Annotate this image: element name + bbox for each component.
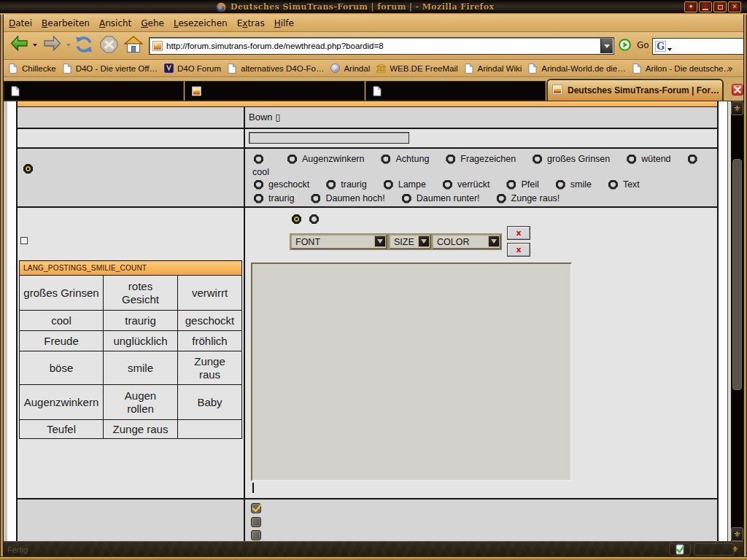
option-checkbox-2[interactable] <box>251 517 261 527</box>
post-icon-option[interactable]: wütend <box>627 154 670 164</box>
radio-icon[interactable] <box>627 155 636 164</box>
vertical-scrollbar[interactable]: ⚜ ⚜ <box>727 101 743 541</box>
forward-dropdown[interactable] <box>66 44 71 47</box>
post-icon-option[interactable]: Lampe <box>384 179 426 190</box>
minimize-button[interactable] <box>699 1 712 12</box>
tab-close-button[interactable] <box>732 84 743 96</box>
menu-gehe[interactable]: Gehe <box>141 18 164 28</box>
editor-mode-radio-1[interactable] <box>292 214 301 224</box>
forward-button[interactable] <box>43 36 61 51</box>
bookmarks-overflow-chevron[interactable]: » <box>727 63 733 74</box>
bookmark-item[interactable]: D4O Forum <box>164 63 221 74</box>
color-select[interactable]: COLOR <box>432 234 501 249</box>
smilie-link[interactable]: geschockt <box>178 311 242 331</box>
smilie-link[interactable]: smile <box>104 351 178 385</box>
bookmark-item[interactable]: WEB.DE FreeMail <box>376 63 457 74</box>
scrollbar-thumb[interactable] <box>732 159 742 390</box>
radio-icon[interactable] <box>384 180 393 190</box>
menu-hilfe[interactable]: Hilfe <box>274 18 294 28</box>
smilie-link[interactable]: großes Grinsen <box>20 276 104 311</box>
maximize-button[interactable] <box>713 1 727 12</box>
shade-button[interactable]: ✦ <box>684 1 697 12</box>
radio-icon[interactable] <box>326 180 336 190</box>
radio-icon[interactable] <box>556 180 565 190</box>
radio-icon[interactable] <box>402 194 411 203</box>
post-icon-option[interactable]: Pfeil <box>506 179 538 190</box>
radio-icon[interactable] <box>446 155 455 164</box>
smilie-link[interactable]: Baby <box>178 385 242 420</box>
radio-icon[interactable] <box>506 180 516 190</box>
post-icon-option[interactable] <box>254 155 263 164</box>
url-dropdown[interactable] <box>600 39 613 53</box>
post-icon-option[interactable]: großes Grinsen <box>533 154 610 164</box>
bookmark-item[interactable]: Arindal-World.de die… <box>528 63 625 74</box>
reload-button[interactable] <box>74 36 93 53</box>
status-segment-icon[interactable] <box>669 543 691 556</box>
radio-icon[interactable] <box>497 194 506 203</box>
bookmark-item[interactable]: Chillecke <box>9 63 56 74</box>
smilies-checkbox[interactable] <box>20 237 28 244</box>
smilie-link[interactable]: böse <box>20 351 104 385</box>
smilie-link[interactable]: fröhlich <box>178 331 242 351</box>
menu-ansicht[interactable]: Ansicht <box>99 18 131 28</box>
stop-button[interactable] <box>100 36 118 53</box>
go-button[interactable]: Go <box>637 40 649 50</box>
post-icon-option[interactable]: Fragezeichen <box>446 154 516 164</box>
radio-icon[interactable] <box>254 194 263 203</box>
smilie-link[interactable]: Zunge raus <box>178 351 242 385</box>
option-checkbox-3[interactable] <box>251 530 261 540</box>
post-icon-option[interactable]: Zunge raus! <box>497 193 560 203</box>
smilie-link[interactable]: unglücklich <box>104 331 178 351</box>
radio-icon[interactable] <box>254 180 263 190</box>
bookmark-item[interactable]: alternatives D4O-Fo… <box>228 63 324 74</box>
option-checkbox-1-checked[interactable] <box>251 503 261 513</box>
radio-icon[interactable] <box>688 155 697 164</box>
bookmark-item[interactable]: D4O - Die vierte Off… <box>63 63 158 74</box>
radio-icon[interactable] <box>533 155 542 164</box>
tab-active[interactable]: Deutsches SimuTrans-Forum | For… <box>546 79 724 101</box>
font-select-arrow[interactable] <box>374 236 386 247</box>
radio-icon[interactable] <box>254 155 263 164</box>
radio-icon[interactable] <box>608 180 618 190</box>
title-bar[interactable]: Deutsches SimuTrans-Forum | forum | - Mo… <box>0 0 747 14</box>
tab-2[interactable] <box>185 81 365 101</box>
smilie-link[interactable]: rotes Gesicht <box>104 276 178 311</box>
bookmark-item[interactable]: Arilon - Die deutsche… <box>632 63 732 74</box>
search-engine-dropdown[interactable] <box>667 48 672 51</box>
size-select[interactable]: SIZE <box>389 234 431 249</box>
go-icon[interactable] <box>619 39 631 51</box>
menu-extras[interactable]: Extras <box>237 18 265 28</box>
post-icon-option[interactable]: Augenzwinkern <box>287 154 364 164</box>
menu-datei[interactable]: Datei <box>9 18 32 28</box>
scroll-down-button[interactable]: ⚜ <box>731 527 743 541</box>
remove-font-button[interactable]: x <box>507 226 530 240</box>
post-icon-option[interactable]: Daumen hoch! <box>311 193 384 203</box>
radio-icon[interactable] <box>381 155 390 164</box>
menu-bearbeiten[interactable]: Bearbeiten <box>42 18 90 28</box>
back-button[interactable] <box>10 36 28 51</box>
scroll-up-button[interactable]: ⚜ <box>731 101 743 115</box>
menu-lesezeichen[interactable]: Lesezeichen <box>174 18 228 28</box>
smilie-link[interactable]: Freude <box>20 331 104 351</box>
bookmark-item[interactable]: Arindal Wiki <box>465 63 522 74</box>
smilie-link[interactable]: Augen rollen <box>104 385 178 420</box>
bookmark-item[interactable]: Arindal <box>330 63 370 74</box>
smilie-link[interactable]: Zunge raus <box>104 420 178 439</box>
radio-icon[interactable] <box>443 180 452 190</box>
url-bar[interactable]: http://forum.simutrans-forum.de/newthrea… <box>149 37 614 55</box>
color-select-arrow[interactable] <box>488 236 500 247</box>
google-icon[interactable]: G <box>655 41 666 52</box>
post-icon-option[interactable]: verrückt <box>443 179 489 190</box>
back-dropdown[interactable] <box>33 44 37 47</box>
close-button[interactable]: ✕ <box>728 1 741 12</box>
font-select[interactable]: FONT <box>290 234 387 249</box>
topic-input[interactable] <box>249 132 409 144</box>
post-icon-option[interactable]: traurig <box>254 193 294 203</box>
home-button[interactable] <box>124 36 143 53</box>
resize-grip[interactable]: ⚜ <box>729 543 741 556</box>
radio-icon[interactable] <box>287 155 297 164</box>
size-select-arrow[interactable] <box>418 236 430 247</box>
post-icon-option[interactable]: Daumen runter! <box>402 193 480 203</box>
post-icon-option[interactable]: geschockt <box>254 179 309 190</box>
radio-icon[interactable] <box>311 194 320 203</box>
